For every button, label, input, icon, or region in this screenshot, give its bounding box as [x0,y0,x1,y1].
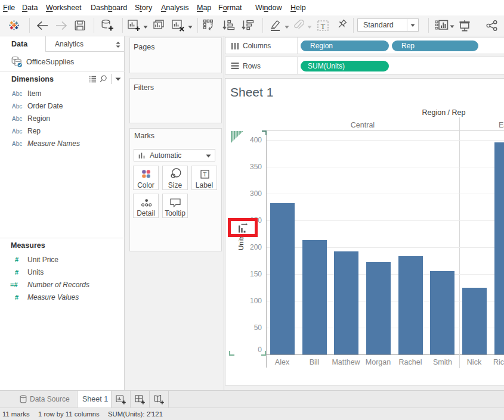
svg-text:T: T [321,22,326,30]
svg-text:T: T [203,172,207,178]
